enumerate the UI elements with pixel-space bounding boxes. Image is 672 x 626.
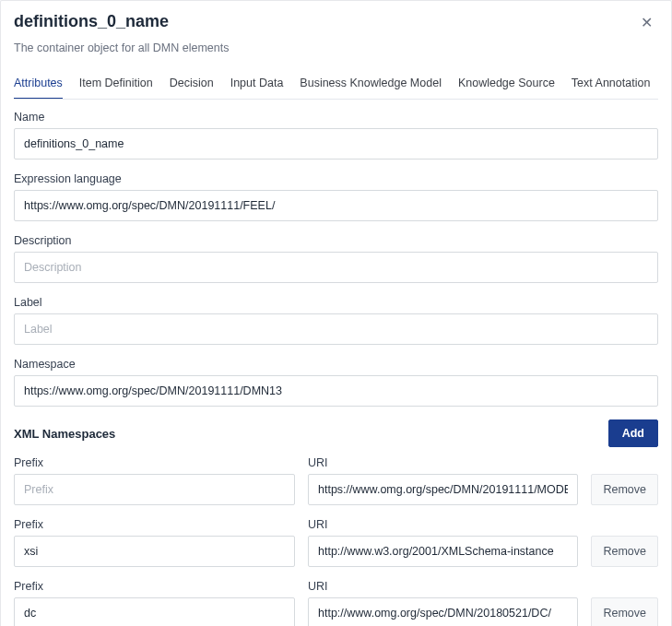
namespace-uri-col: URI bbox=[308, 580, 578, 626]
tab-knowledge-source[interactable]: Knowledge Source bbox=[458, 69, 555, 99]
namespace-label: Namespace bbox=[14, 358, 658, 371]
namespace-uri-label: URI bbox=[308, 456, 578, 469]
expr-lang-input[interactable] bbox=[14, 190, 658, 221]
namespace-row: PrefixURIRemove bbox=[14, 456, 658, 505]
tab-attributes[interactable]: Attributes bbox=[14, 69, 63, 99]
namespace-remove-col: Remove bbox=[591, 474, 658, 505]
namespace-prefix-label: Prefix bbox=[14, 580, 295, 593]
properties-panel: definitions_0_name ✕ The container objec… bbox=[0, 0, 672, 626]
remove-namespace-button[interactable]: Remove bbox=[591, 597, 658, 626]
namespace-uri-input[interactable] bbox=[308, 597, 578, 626]
namespace-prefix-label: Prefix bbox=[14, 518, 295, 531]
namespace-uri-input[interactable] bbox=[308, 536, 578, 567]
panel-subtitle: The container object for all DMN element… bbox=[14, 41, 658, 54]
namespace-uri-col: URI bbox=[308, 518, 578, 567]
namespace-input[interactable] bbox=[14, 375, 658, 407]
name-label: Name bbox=[14, 111, 658, 124]
namespace-uri-input[interactable] bbox=[308, 474, 578, 505]
namespace-uri-col: URI bbox=[308, 456, 578, 505]
xml-namespaces-list: PrefixURIRemovePrefixURIRemovePrefixURIR… bbox=[14, 456, 658, 626]
namespace-remove-col: Remove bbox=[591, 597, 658, 626]
attributes-form: Name Expression language Description Lab… bbox=[14, 100, 658, 626]
tabs-bar: AttributesItem DefinitionDecisionInput D… bbox=[14, 69, 658, 100]
close-icon: ✕ bbox=[641, 15, 653, 30]
xml-namespaces-title: XML Namespaces bbox=[14, 427, 115, 441]
tab-decision[interactable]: Decision bbox=[170, 69, 214, 99]
field-name: Name bbox=[14, 111, 658, 159]
namespace-prefix-input[interactable] bbox=[14, 597, 295, 626]
namespace-uri-label: URI bbox=[308, 580, 578, 593]
remove-namespace-button[interactable]: Remove bbox=[591, 536, 658, 567]
add-namespace-button[interactable]: Add bbox=[608, 419, 658, 447]
remove-namespace-button[interactable]: Remove bbox=[591, 474, 658, 505]
name-input[interactable] bbox=[14, 128, 658, 159]
tab-item-definition[interactable]: Item Definition bbox=[79, 69, 153, 99]
field-namespace: Namespace bbox=[14, 358, 658, 407]
close-button[interactable]: ✕ bbox=[635, 12, 658, 34]
namespace-prefix-col: Prefix bbox=[14, 580, 295, 626]
field-label: Label bbox=[14, 296, 658, 345]
description-input[interactable] bbox=[14, 252, 658, 283]
namespace-remove-col: Remove bbox=[591, 536, 658, 567]
namespace-uri-label: URI bbox=[308, 518, 578, 531]
panel-title: definitions_0_name bbox=[14, 12, 169, 31]
namespace-prefix-col: Prefix bbox=[14, 456, 295, 505]
namespace-row: PrefixURIRemove bbox=[14, 580, 658, 626]
namespace-prefix-label: Prefix bbox=[14, 456, 295, 469]
namespace-row: PrefixURIRemove bbox=[14, 518, 658, 567]
namespace-prefix-col: Prefix bbox=[14, 518, 295, 567]
expr-lang-label: Expression language bbox=[14, 172, 658, 185]
namespace-prefix-input[interactable] bbox=[14, 536, 295, 567]
tab-business-knowledge-model[interactable]: Business Knowledge Model bbox=[300, 69, 442, 99]
label-input[interactable] bbox=[14, 313, 658, 345]
panel-header: definitions_0_name ✕ bbox=[14, 12, 658, 34]
tab-input-data[interactable]: Input Data bbox=[230, 69, 284, 99]
namespace-prefix-input[interactable] bbox=[14, 474, 295, 505]
label-label: Label bbox=[14, 296, 658, 309]
field-description: Description bbox=[14, 234, 658, 283]
description-label: Description bbox=[14, 234, 658, 247]
field-expression-language: Expression language bbox=[14, 172, 658, 221]
xml-namespaces-header: XML Namespaces Add bbox=[14, 419, 658, 447]
tab-text-annotation[interactable]: Text Annotation bbox=[572, 69, 650, 99]
